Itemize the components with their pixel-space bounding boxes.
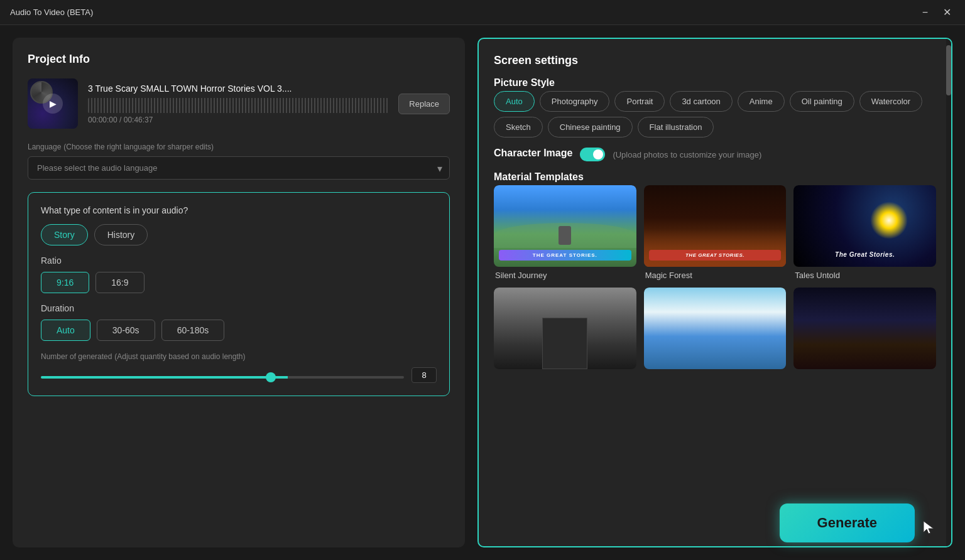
template-banner-tales: The Great Stories. bbox=[799, 249, 931, 261]
ratio-9-16[interactable]: 9:16 bbox=[41, 272, 89, 293]
number-generated-slider[interactable] bbox=[41, 376, 404, 379]
language-label: Language (Choose the right language for … bbox=[28, 141, 450, 151]
generate-button[interactable]: Generate bbox=[780, 503, 915, 542]
style-portrait[interactable]: Portrait bbox=[614, 91, 665, 112]
ratio-label: Ratio bbox=[41, 256, 437, 266]
duration-30-60[interactable]: 30-60s bbox=[97, 320, 155, 341]
template-dark-house[interactable] bbox=[494, 288, 636, 373]
language-select-wrapper: Please select the audio language bbox=[28, 156, 450, 180]
right-panel: Screen settings Picture Style Auto Photo… bbox=[477, 38, 952, 547]
audio-time: 00:00:00 / 00:46:37 bbox=[88, 116, 388, 124]
template-magic-forest[interactable]: THE GREAT STORIES. Magic Forest bbox=[644, 185, 787, 280]
material-templates-label: Material Templates bbox=[494, 171, 936, 183]
template-tales-untold[interactable]: The Great Stories. Tales Untold bbox=[793, 185, 936, 280]
ratio-16-9[interactable]: 16:9 bbox=[95, 272, 144, 293]
style-auto[interactable]: Auto bbox=[494, 91, 535, 112]
screen-settings-title: Screen settings bbox=[494, 54, 936, 67]
slider-row: 8 bbox=[41, 367, 437, 383]
template-silent-journey[interactable]: THE GREAT STORIES. Silent Journey bbox=[494, 185, 636, 280]
template-thumb-silent: THE GREAT STORIES. bbox=[494, 185, 636, 267]
scrollbar-thumb[interactable] bbox=[946, 45, 951, 95]
content-type-story[interactable]: Story bbox=[41, 224, 88, 245]
templates-grid: THE GREAT STORIES. Silent Journey THE GR… bbox=[494, 185, 936, 373]
left-panel: Project Info ▶ 3 True Scary SMALL TOWN H… bbox=[13, 38, 465, 547]
minimize-button[interactable]: − bbox=[919, 5, 932, 19]
template-banner-magic: THE GREAT STORIES. bbox=[649, 250, 782, 261]
replace-button[interactable]: Replace bbox=[398, 94, 450, 114]
content-type-history[interactable]: History bbox=[94, 224, 148, 245]
style-photography[interactable]: Photography bbox=[540, 91, 610, 112]
template-colorful-house[interactable] bbox=[644, 288, 787, 373]
number-generated-label: Number of generated (Adjust quantity bas… bbox=[41, 351, 437, 361]
duration-label: Duration bbox=[41, 303, 437, 313]
style-chinese-painting[interactable]: Chinese painting bbox=[548, 117, 633, 137]
window-controls: − ✕ bbox=[919, 5, 955, 19]
duration-auto[interactable]: Auto bbox=[41, 320, 90, 341]
style-oil-painting[interactable]: Oil painting bbox=[790, 91, 854, 112]
ratio-options: 9:16 16:9 bbox=[41, 272, 437, 293]
duration-60-180[interactable]: 60-180s bbox=[161, 320, 225, 341]
audio-info: 3 True Scary SMALL TOWN Horror Stories V… bbox=[88, 83, 388, 124]
style-anime[interactable]: Anime bbox=[738, 91, 785, 112]
main-content: Project Info ▶ 3 True Scary SMALL TOWN H… bbox=[0, 25, 965, 560]
picture-style-grid: Auto Photography Portrait 3d cartoon Ani… bbox=[494, 91, 936, 137]
slider-wrapper bbox=[41, 370, 404, 381]
character-image-label: Character Image bbox=[494, 148, 572, 159]
titlebar: Audio To Video (BETA) − ✕ bbox=[0, 0, 965, 25]
template-thumb-tales: The Great Stories. bbox=[793, 185, 936, 267]
template-thumb-city-night bbox=[793, 288, 936, 369]
project-info-card: ▶ 3 True Scary SMALL TOWN Horror Stories… bbox=[28, 78, 450, 129]
style-watercolor[interactable]: Watercolor bbox=[859, 91, 922, 112]
template-label-tales: Tales Untold bbox=[793, 271, 936, 280]
content-question: What type of content is in your audio? bbox=[41, 205, 437, 215]
template-thumb-dark-house bbox=[494, 288, 636, 369]
language-field: Language (Choose the right language for … bbox=[28, 141, 450, 180]
close-button[interactable]: ✕ bbox=[939, 5, 955, 19]
generate-btn-container: Generate bbox=[780, 503, 915, 542]
character-image-toggle[interactable] bbox=[580, 148, 605, 161]
audio-thumbnail: ▶ bbox=[28, 78, 78, 129]
style-flat-illustration[interactable]: Flat illustration bbox=[638, 117, 714, 137]
duration-options: Auto 30-60s 60-180s bbox=[41, 320, 437, 341]
toggle-thumb bbox=[593, 149, 603, 159]
template-thumb-magic: THE GREAT STORIES. bbox=[644, 185, 787, 267]
style-sketch[interactable]: Sketch bbox=[494, 117, 543, 137]
language-select[interactable]: Please select the audio language bbox=[28, 156, 450, 180]
picture-style-section: Picture Style Auto Photography Portrait … bbox=[494, 77, 936, 137]
slider-value: 8 bbox=[412, 367, 437, 383]
template-label-silent: Silent Journey bbox=[494, 271, 636, 280]
audio-title: 3 True Scary SMALL TOWN Horror Stories V… bbox=[88, 83, 388, 94]
scrollbar-track bbox=[946, 39, 951, 546]
template-thumb-colorful-house bbox=[644, 288, 787, 369]
audio-waveform bbox=[88, 98, 388, 113]
style-3d-cartoon[interactable]: 3d cartoon bbox=[670, 91, 732, 112]
person-silhouette bbox=[559, 226, 571, 245]
project-info-title: Project Info bbox=[28, 53, 450, 66]
character-image-row: Character Image (Upload photos to custom… bbox=[494, 148, 936, 161]
material-templates-section: Material Templates THE GREAT STORIES. Si… bbox=[494, 171, 936, 373]
picture-style-label: Picture Style bbox=[494, 77, 936, 89]
template-label-magic: Magic Forest bbox=[644, 271, 787, 280]
content-type-box: What type of content is in your audio? S… bbox=[28, 192, 450, 396]
template-city-night[interactable] bbox=[793, 288, 936, 373]
play-icon: ▶ bbox=[43, 94, 63, 114]
content-type-options: Story History bbox=[41, 224, 437, 245]
app-title: Audio To Video (BETA) bbox=[10, 8, 93, 17]
template-banner-silent: THE GREAT STORIES. bbox=[499, 250, 631, 261]
character-image-hint: (Upload photos to customize your image) bbox=[613, 150, 761, 159]
